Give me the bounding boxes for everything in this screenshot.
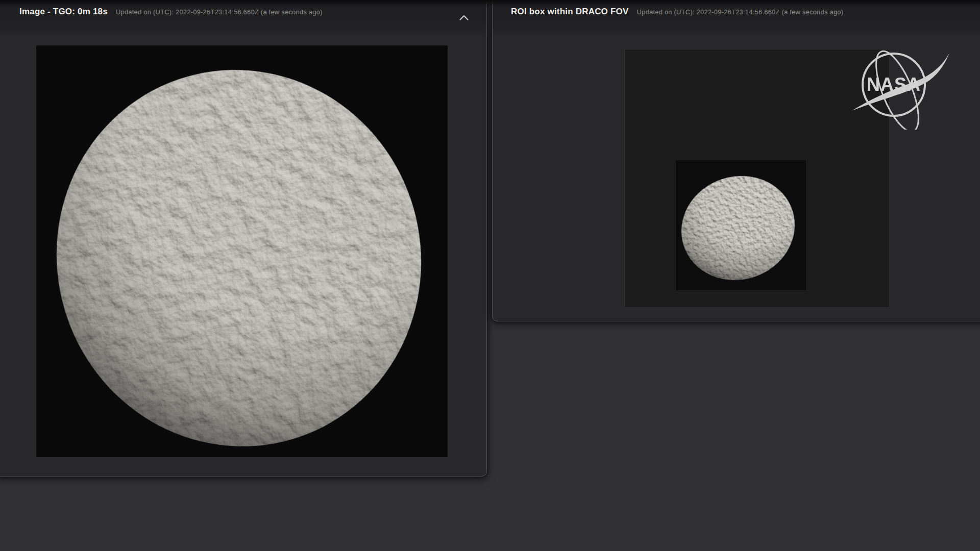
image-tgo-panel: Image - TGO: 0m 18s Updated on (UTC): 20… — [0, 0, 487, 477]
dart-telemetry-dashboard: Image - TGO: 0m 18s Updated on (UTC): 20… — [0, 0, 980, 551]
roi-panel-header: ROI box within DRACO FOV Updated on (UTC… — [511, 7, 843, 17]
image-tgo-panel-header: Image - TGO: 0m 18s Updated on (UTC): 20… — [19, 7, 323, 17]
roi-panel-updated: Updated on (UTC): 2022-09-26T23:14:56.66… — [637, 8, 844, 16]
roi-panel-title: ROI box within DRACO FOV — [511, 7, 629, 17]
image-tgo-panel-title: Image - TGO: 0m 18s — [19, 7, 108, 17]
roi-image-frame — [676, 160, 806, 290]
collapse-panel-button[interactable] — [456, 12, 472, 25]
dimorphos-asteroid-image — [36, 45, 448, 457]
draco-fov-box — [624, 49, 890, 308]
image-tgo-panel-updated: Updated on (UTC): 2022-09-26T23:14:56.66… — [116, 8, 323, 16]
roi-panel: ROI box within DRACO FOV Updated on (UTC… — [492, 0, 980, 321]
tgo-image-frame — [36, 45, 448, 457]
chevron-up-icon — [459, 14, 469, 21]
dimorphos-asteroid-roi-image — [676, 160, 806, 290]
